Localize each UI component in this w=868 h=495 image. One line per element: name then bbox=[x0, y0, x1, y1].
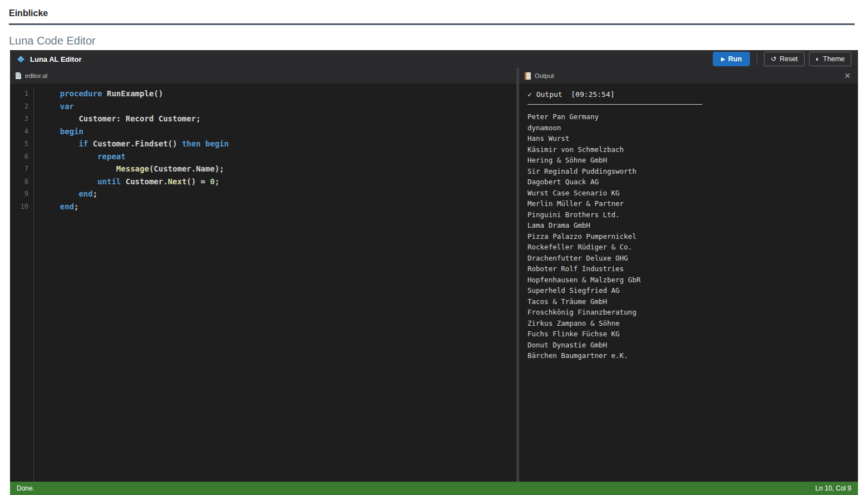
cursor-position: Ln 10, Col 9 bbox=[815, 484, 851, 492]
status-bar: Done. Ln 10, Col 9 bbox=[10, 482, 858, 495]
luna-al-editor-widget: Luna AL Editor ▶ Run ↺ Reset ◐ Theme edi… bbox=[10, 50, 858, 495]
output-pane: Output ✕ ✓ Output [09:25:54] Peter Pan G… bbox=[519, 68, 858, 482]
line-number: 5 bbox=[10, 138, 28, 150]
widget-title: Luna AL Editor bbox=[30, 55, 81, 63]
code-line: begin bbox=[41, 125, 516, 138]
output-line: Hopfenhausen & Malzberg GbR bbox=[527, 275, 850, 286]
output-line: Käsimir von Schmelzbach bbox=[527, 144, 850, 155]
code-line: if Customer.Findset() then begin bbox=[41, 138, 516, 150]
diamond-icon bbox=[17, 56, 24, 63]
output-line: Pinguini Brothers Ltd. bbox=[527, 209, 850, 220]
output-line: Dagobert Quack AG bbox=[527, 177, 850, 188]
code-line: procedure RunExample() bbox=[41, 87, 516, 100]
line-number-gutter: 12345678910 bbox=[10, 87, 34, 482]
line-number: 1 bbox=[10, 87, 28, 100]
code-editor-area[interactable]: 12345678910 procedure RunExample() var C… bbox=[10, 84, 516, 482]
file-icon bbox=[16, 72, 21, 79]
code-line: until Customer.Next() = 0; bbox=[41, 175, 516, 188]
output-status-line: ✓ Output [09:25:54] bbox=[527, 89, 850, 100]
output-panelbar: Output ✕ bbox=[519, 68, 858, 84]
reset-icon: ↺ bbox=[771, 56, 776, 62]
line-number: 3 bbox=[10, 112, 28, 125]
theme-button[interactable]: ◐ Theme bbox=[809, 52, 851, 67]
output-line: Hering & Söhne GmbH bbox=[527, 155, 850, 166]
output-list: Peter Pan GermanydynamoonHans WurstKäsim… bbox=[527, 111, 850, 361]
output-line: Rockefeller Rüdiger & Co. bbox=[527, 242, 850, 253]
line-number: 2 bbox=[10, 100, 28, 113]
code-line: var bbox=[41, 100, 516, 113]
tab-editor-al[interactable]: editor.al bbox=[25, 72, 47, 79]
code-line: end; bbox=[41, 188, 516, 200]
reset-button-label: Reset bbox=[780, 56, 798, 63]
code-line: repeat bbox=[41, 150, 516, 163]
run-button-label: Run bbox=[728, 56, 742, 63]
output-line: Zirkus Zampano & Söhne bbox=[527, 318, 850, 329]
code-editor-pane: editor.al 12345678910 procedure RunExamp… bbox=[10, 68, 516, 482]
titlebar-actions: ▶ Run ↺ Reset ◐ Theme bbox=[713, 52, 851, 67]
theme-icon: ◐ bbox=[816, 56, 820, 62]
code-line: end; bbox=[41, 200, 516, 213]
output-line: Bärchen Baumgartner e.K. bbox=[527, 350, 850, 361]
line-number: 9 bbox=[10, 188, 28, 200]
output-line: Superheld Siegfried AG bbox=[527, 285, 850, 296]
output-line: Wurst Case Scenario KG bbox=[527, 188, 850, 199]
output-line: Fuchs Flinke Füchse KG bbox=[527, 329, 850, 340]
page-subheading: Luna Code Editor bbox=[9, 35, 859, 47]
notebook-icon bbox=[525, 72, 531, 80]
editor-tabbar: editor.al bbox=[10, 68, 516, 84]
output-line: Sir Reginald Puddingsworth bbox=[527, 166, 850, 177]
line-number: 10 bbox=[10, 200, 28, 213]
heading-divider bbox=[9, 23, 855, 25]
output-panel-title: Output bbox=[535, 72, 554, 79]
action-divider bbox=[757, 53, 757, 65]
close-icon[interactable]: ✕ bbox=[842, 71, 852, 80]
line-number: 6 bbox=[10, 150, 28, 163]
output-line: Roboter Rolf Industries bbox=[527, 263, 850, 275]
output-line: Donut Dynastie GmbH bbox=[527, 340, 850, 351]
status-message: Done. bbox=[17, 484, 34, 492]
output-line: dynamoon bbox=[527, 122, 850, 134]
output-line: Pizza Palazzo Pumpernickel bbox=[527, 231, 850, 242]
editor-main-area: editor.al 12345678910 procedure RunExamp… bbox=[10, 68, 858, 482]
play-icon: ▶ bbox=[721, 57, 725, 62]
line-number: 4 bbox=[10, 125, 28, 138]
output-line: Drachenfutter Deluxe OHG bbox=[527, 253, 850, 264]
code-line: Customer: Record Customer; bbox=[41, 112, 516, 125]
run-button[interactable]: ▶ Run bbox=[713, 52, 750, 67]
line-number: 7 bbox=[10, 163, 28, 175]
output-line: Tacos & Träume GmbH bbox=[527, 296, 850, 307]
output-line: Merlin Müller & Partner bbox=[527, 198, 850, 209]
code-text-area[interactable]: procedure RunExample() var Customer: Rec… bbox=[34, 87, 516, 482]
output-body: ✓ Output [09:25:54] Peter Pan Germanydyn… bbox=[519, 84, 858, 482]
page-heading: Einblicke bbox=[9, 8, 859, 18]
line-number: 8 bbox=[10, 175, 28, 188]
reset-button[interactable]: ↺ Reset bbox=[764, 52, 805, 67]
output-line: Lama Drama GmbH bbox=[527, 220, 850, 231]
theme-button-label: Theme bbox=[823, 56, 845, 63]
output-line: Froschkönig Finanzberatung bbox=[527, 307, 850, 318]
code-line: Message(Customer.Name); bbox=[41, 163, 516, 175]
output-separator bbox=[527, 104, 702, 105]
widget-titlebar: Luna AL Editor ▶ Run ↺ Reset ◐ Theme bbox=[10, 50, 858, 68]
output-line: Peter Pan Germany bbox=[527, 111, 850, 122]
output-line: Hans Wurst bbox=[527, 133, 850, 144]
